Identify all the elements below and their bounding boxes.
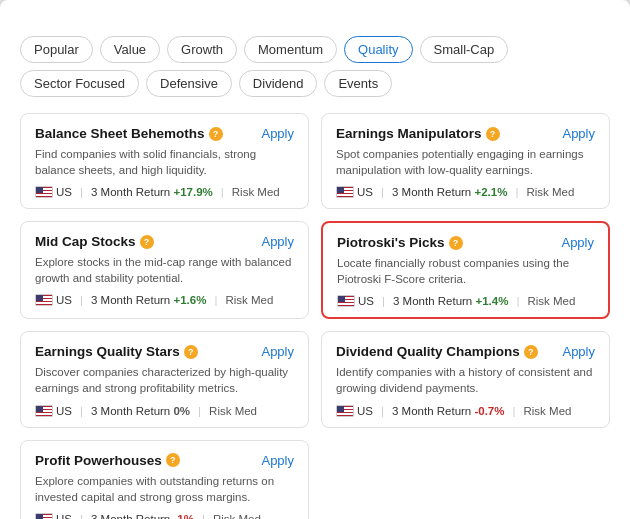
card-header: Mid Cap Stocks ? Apply [35,234,294,249]
return-value: +1.4% [475,295,508,307]
return-value: +17.9% [173,186,212,198]
return-value: +1.6% [173,294,206,306]
risk-badge: Risk Med [225,294,273,306]
tab-defensive[interactable]: Defensive [146,70,232,97]
region-flag: US [336,186,373,198]
card-mid-cap: Mid Cap Stocks ? Apply Explore stocks in… [20,221,309,319]
card-header: Piotroski's Picks ? Apply [337,235,594,250]
card-meta: US | 3 Month Return -0.7% | Risk Med [336,405,595,417]
return-label: 3 Month Return +17.9% [91,186,213,198]
close-button[interactable] [598,18,610,22]
card-desc: Spot companies potentially engaging in e… [336,146,595,178]
us-flag-icon [337,295,355,307]
card-title: Piotroski's Picks ? [337,235,463,250]
card-meta: US | 3 Month Return 0% | Risk Med [35,405,294,417]
risk-badge: Risk Med [527,295,575,307]
apply-link[interactable]: Apply [562,344,595,359]
cards-grid: Balance Sheet Behemoths ? Apply Find com… [20,113,610,519]
tab-dividend[interactable]: Dividend [239,70,318,97]
risk-badge: Risk Med [209,405,257,417]
info-icon[interactable]: ? [524,345,538,359]
info-icon[interactable]: ? [209,127,223,141]
return-label: 3 Month Return +1.4% [393,295,508,307]
return-value: -1% [173,513,193,519]
risk-badge: Risk Med [232,186,280,198]
card-piotroski: Piotroski's Picks ? Apply Locate financi… [321,221,610,319]
card-meta: US | 3 Month Return +17.9% | Risk Med [35,186,294,198]
return-value: 0% [173,405,190,417]
card-header: Profit Powerhouses ? Apply [35,453,294,468]
info-icon[interactable]: ? [184,345,198,359]
us-flag-icon [35,186,53,198]
info-icon[interactable]: ? [449,236,463,250]
tabs-row: PopularValueGrowthMomentumQualitySmall-C… [20,36,610,97]
tab-momentum[interactable]: Momentum [244,36,337,63]
apply-link[interactable]: Apply [261,126,294,141]
apply-link[interactable]: Apply [261,453,294,468]
region-flag: US [337,295,374,307]
card-title: Earnings Manipulators ? [336,126,500,141]
card-balance-sheet: Balance Sheet Behemoths ? Apply Find com… [20,113,309,209]
card-desc: Discover companies characterized by high… [35,364,294,396]
card-desc: Find companies with solid financials, st… [35,146,294,178]
info-icon[interactable]: ? [166,453,180,467]
apply-link[interactable]: Apply [561,235,594,250]
region-flag: US [35,294,72,306]
us-flag-icon [35,294,53,306]
apply-link[interactable]: Apply [261,344,294,359]
modal-header [20,18,610,22]
tab-events[interactable]: Events [324,70,392,97]
card-meta: US | 3 Month Return +1.4% | Risk Med [337,295,594,307]
region-flag: US [336,405,373,417]
return-label: 3 Month Return 0% [91,405,190,417]
card-title: Dividend Quality Champions ? [336,344,538,359]
risk-badge: Risk Med [213,513,261,519]
card-desc: Explore companies with outstanding retur… [35,473,294,505]
tab-small-cap[interactable]: Small-Cap [420,36,509,63]
card-profit-powerhouses: Profit Powerhouses ? Apply Explore compa… [20,440,309,519]
risk-badge: Risk Med [524,405,572,417]
card-meta: US | 3 Month Return +1.6% | Risk Med [35,294,294,306]
return-label: 3 Month Return +2.1% [392,186,507,198]
region-flag: US [35,513,72,519]
return-value: -0.7% [474,405,504,417]
tab-sector-focused[interactable]: Sector Focused [20,70,139,97]
return-value: +2.1% [474,186,507,198]
tab-popular[interactable]: Popular [20,36,93,63]
tab-value[interactable]: Value [100,36,160,63]
card-desc: Identify companies with a history of con… [336,364,595,396]
us-flag-icon [35,405,53,417]
us-flag-icon [35,513,53,519]
card-header: Balance Sheet Behemoths ? Apply [35,126,294,141]
card-desc: Locate financially robust companies usin… [337,255,594,287]
card-header: Earnings Manipulators ? Apply [336,126,595,141]
card-earnings-quality: Earnings Quality Stars ? Apply Discover … [20,331,309,427]
card-title: Balance Sheet Behemoths ? [35,126,223,141]
card-desc: Explore stocks in the mid-cap range with… [35,254,294,286]
card-dividend-quality: Dividend Quality Champions ? Apply Ident… [321,331,610,427]
region-flag: US [35,405,72,417]
card-title: Mid Cap Stocks ? [35,234,154,249]
apply-link[interactable]: Apply [562,126,595,141]
card-title: Earnings Quality Stars ? [35,344,198,359]
us-flag-icon [336,405,354,417]
risk-badge: Risk Med [526,186,574,198]
tab-quality[interactable]: Quality [344,36,412,63]
apply-link[interactable]: Apply [261,234,294,249]
card-header: Earnings Quality Stars ? Apply [35,344,294,359]
us-flag-icon [336,186,354,198]
card-meta: US | 3 Month Return +2.1% | Risk Med [336,186,595,198]
tab-growth[interactable]: Growth [167,36,237,63]
screens-modal: PopularValueGrowthMomentumQualitySmall-C… [0,0,630,519]
return-label: 3 Month Return -0.7% [392,405,505,417]
info-icon[interactable]: ? [486,127,500,141]
return-label: 3 Month Return +1.6% [91,294,206,306]
card-header: Dividend Quality Champions ? Apply [336,344,595,359]
return-label: 3 Month Return -1% [91,513,194,519]
card-earnings-manipulators: Earnings Manipulators ? Apply Spot compa… [321,113,610,209]
info-icon[interactable]: ? [140,235,154,249]
card-title: Profit Powerhouses ? [35,453,180,468]
region-flag: US [35,186,72,198]
card-meta: US | 3 Month Return -1% | Risk Med [35,513,294,519]
